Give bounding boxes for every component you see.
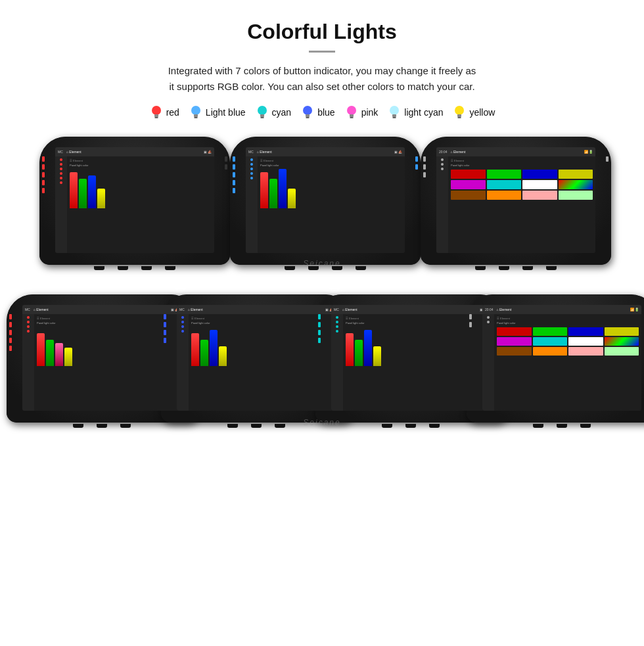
pink-label: pink	[361, 107, 379, 118]
svg-rect-10	[306, 114, 310, 117]
svg-rect-4	[194, 114, 198, 117]
svg-rect-19	[457, 114, 461, 117]
devices-bottom-row: MC ⌂ Element ▣ ⛵	[26, 294, 618, 446]
red-label: red	[166, 107, 179, 118]
device-4: MC ⌂ Element ▣ ⛵	[7, 294, 197, 428]
pink-bulb-icon	[344, 104, 359, 121]
svg-point-3	[191, 106, 200, 115]
device-1: MC ⌂ Element ▣ ⛵	[39, 137, 230, 270]
color-item-lightcyan: light cyan	[387, 104, 443, 121]
svg-rect-17	[393, 117, 396, 118]
page-title: Colorful Lights	[26, 20, 618, 44]
panel-label-3: Panel light color	[451, 164, 593, 167]
panel-label-1: Panel light color	[70, 164, 212, 167]
device-6: MC ⌂ Element ▣ ⛵	[315, 294, 506, 428]
cyan-bulb-icon	[255, 104, 269, 121]
color-item-yellow: yellow	[452, 104, 495, 121]
device-3: 20:04 ⌂ Element 📶 🔋	[421, 137, 611, 270]
panel-label-2: Panel light color	[260, 164, 402, 167]
color-item-lightblue: Light blue	[189, 104, 246, 121]
cyan-label: cyan	[272, 107, 292, 118]
color-item-cyan: cyan	[255, 104, 292, 121]
svg-rect-13	[350, 114, 354, 117]
svg-rect-7	[260, 114, 264, 117]
color-item-blue: blue	[300, 104, 334, 121]
lightcyan-label: light cyan	[404, 107, 443, 118]
blue-label: blue	[317, 107, 334, 118]
svg-point-15	[390, 106, 399, 115]
page: Colorful Lights Integrated with 7 colors…	[0, 0, 644, 459]
svg-rect-8	[260, 117, 264, 118]
svg-rect-16	[392, 114, 396, 117]
red-bulb-icon	[149, 104, 164, 121]
svg-rect-11	[306, 117, 310, 118]
color-item-red: red	[149, 104, 179, 121]
svg-point-18	[455, 106, 464, 115]
svg-rect-14	[350, 117, 353, 118]
svg-rect-2	[154, 117, 158, 118]
svg-rect-20	[458, 117, 461, 118]
device-7: 20:04 ⌂ Element 📶 🔋	[467, 294, 644, 428]
device-2: MC ⌂ Element ▣ ⛵	[230, 137, 421, 270]
color-item-pink: pink	[344, 104, 379, 121]
svg-point-9	[303, 106, 312, 115]
svg-point-0	[152, 106, 161, 115]
lightblue-bulb-icon	[189, 104, 203, 121]
device-5: MC ⌂ Element ▣ ⛵	[161, 294, 352, 428]
lightblue-label: Light blue	[206, 107, 246, 118]
yellow-label: yellow	[469, 107, 495, 118]
svg-rect-1	[154, 114, 158, 117]
title-divider	[309, 51, 335, 53]
svg-rect-5	[194, 117, 197, 118]
description-text: Integrated with 7 colors of button indic…	[26, 63, 618, 95]
devices-top-row: MC ⌂ Element ▣ ⛵	[26, 137, 618, 288]
lightcyan-bulb-icon	[387, 104, 402, 121]
blue-bulb-icon	[300, 104, 315, 121]
color-row: red Light blue cyan blue	[26, 104, 618, 121]
yellow-bulb-icon	[452, 104, 467, 121]
svg-point-12	[347, 106, 356, 115]
svg-point-6	[258, 106, 267, 115]
